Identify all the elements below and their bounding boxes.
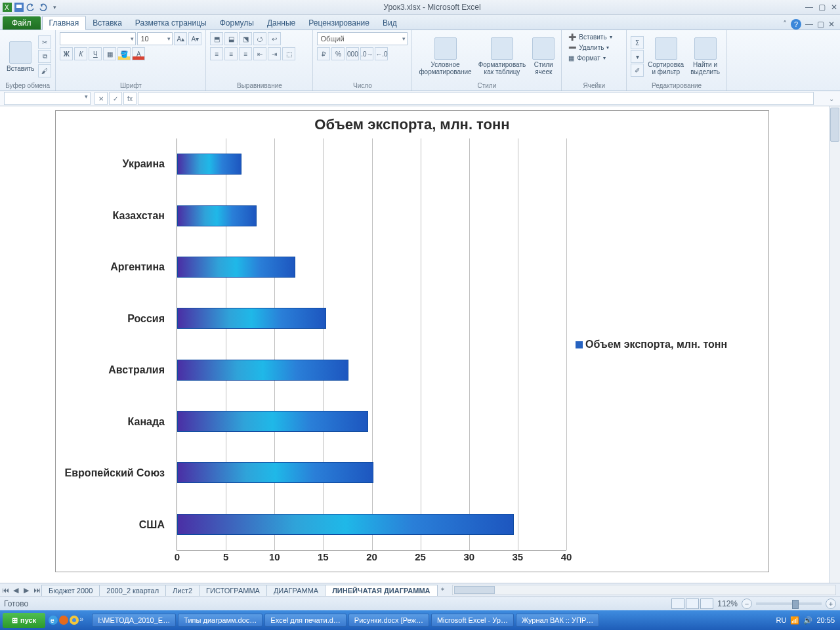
enter-formula-icon[interactable]: ✓ xyxy=(109,92,122,105)
sheet-nav-last-icon[interactable]: ⏭ xyxy=(32,585,42,595)
tray-network-icon[interactable]: 📶 xyxy=(790,616,799,625)
tab-formulas[interactable]: Формулы xyxy=(213,16,261,30)
sheet-nav-next-icon[interactable]: ▶ xyxy=(21,585,32,595)
autosum-icon[interactable]: Σ xyxy=(631,36,644,49)
tray-volume-icon[interactable]: 🔊 xyxy=(803,616,812,625)
align-top-icon[interactable]: ⬒ xyxy=(210,32,223,45)
align-middle-icon[interactable]: ⬓ xyxy=(224,32,238,45)
cut-icon[interactable]: ✂ xyxy=(38,35,51,49)
fx-icon[interactable]: fx xyxy=(123,92,136,105)
tab-data[interactable]: Данные xyxy=(261,16,302,30)
cancel-formula-icon[interactable]: ✕ xyxy=(94,92,108,105)
tab-review[interactable]: Рецензирование xyxy=(302,16,376,30)
horizontal-scrollbar[interactable] xyxy=(452,585,836,595)
sheet-nav-prev-icon[interactable]: ◀ xyxy=(10,585,21,595)
bold-icon[interactable]: Ж xyxy=(60,47,73,60)
cell-styles-button[interactable]: Стили ячеек xyxy=(530,36,557,77)
delete-cells-button[interactable]: ➖Удалить▾ xyxy=(566,43,612,52)
tab-page-layout[interactable]: Разметка страницы xyxy=(129,16,213,30)
data-bar[interactable] xyxy=(177,257,295,278)
undo-icon[interactable] xyxy=(26,3,35,12)
underline-icon[interactable]: Ч xyxy=(89,47,102,60)
percent-icon[interactable]: % xyxy=(331,47,345,60)
start-button[interactable]: ⊞пуск xyxy=(3,613,45,628)
tab-insert[interactable]: Вставка xyxy=(86,16,129,30)
tab-view[interactable]: Вид xyxy=(376,16,404,30)
font-color-icon[interactable]: A xyxy=(132,47,145,60)
vertical-scrollbar[interactable] xyxy=(829,106,840,583)
name-box[interactable] xyxy=(4,92,91,105)
paste-button[interactable]: Вставить xyxy=(4,40,37,74)
font-name-combo[interactable] xyxy=(60,32,136,45)
clear-icon[interactable]: ✐ xyxy=(631,64,644,77)
taskbar-item[interactable]: Рисунки.docx [Реж… xyxy=(348,614,429,627)
clock[interactable]: 20:55 xyxy=(816,616,835,624)
border-icon[interactable]: ▦ xyxy=(103,47,116,60)
workbook-minimize-icon[interactable]: ― xyxy=(805,20,813,29)
font-size-combo[interactable]: 10 xyxy=(137,32,173,45)
close-icon[interactable]: ✕ xyxy=(831,3,837,12)
merge-icon[interactable]: ⬚ xyxy=(282,47,295,60)
file-tab[interactable]: Файл xyxy=(3,16,41,30)
comma-icon[interactable]: 000 xyxy=(346,47,359,60)
qat-customize-icon[interactable]: ▾ xyxy=(50,3,59,12)
save-icon[interactable] xyxy=(14,3,24,12)
grow-font-icon[interactable]: A▴ xyxy=(174,32,187,45)
fill-icon[interactable]: ▾ xyxy=(631,50,644,63)
increase-indent-icon[interactable]: ⇥ xyxy=(268,47,281,60)
data-bar[interactable] xyxy=(177,411,368,432)
minimize-ribbon-icon[interactable]: ˄ xyxy=(783,20,787,29)
redo-icon[interactable] xyxy=(38,3,47,12)
copy-icon[interactable]: ⧉ xyxy=(38,50,51,63)
workbook-restore-icon[interactable]: ▢ xyxy=(817,20,824,29)
decrease-decimal-icon[interactable]: ←.0 xyxy=(375,47,388,60)
insert-cells-button[interactable]: ➕Вставить▾ xyxy=(566,32,614,42)
taskbar-item[interactable]: Журнал ВАК :: УПР… xyxy=(516,614,599,627)
sort-filter-button[interactable]: Сортировка и фильтр xyxy=(645,36,686,77)
number-format-combo[interactable]: Общий xyxy=(317,32,408,45)
sheet-tab[interactable]: ГИСТОГРАММА xyxy=(199,585,267,596)
decrease-indent-icon[interactable]: ⇤ xyxy=(253,47,266,60)
orientation-icon[interactable]: ⭯ xyxy=(253,32,266,45)
format-as-table-button[interactable]: Форматировать как таблицу xyxy=(476,36,529,77)
sheet-tab[interactable]: ДИАГРАММА xyxy=(266,585,326,596)
data-bar[interactable] xyxy=(177,205,257,226)
chrome-icon[interactable] xyxy=(69,615,79,625)
taskbar-item[interactable]: Excel для печати.d… xyxy=(264,614,346,627)
align-left-icon[interactable]: ≡ xyxy=(210,47,223,60)
zoom-in-icon[interactable]: + xyxy=(826,598,836,609)
chart-object[interactable]: Объем экспорта, млн. тонн УкраинаКазахст… xyxy=(55,110,769,572)
fill-color-icon[interactable]: 🪣 xyxy=(117,47,131,60)
increase-decimal-icon[interactable]: .0→ xyxy=(360,47,373,60)
sheet-tab[interactable]: 2000_2 квартал xyxy=(99,585,166,596)
page-layout-view-icon[interactable] xyxy=(686,598,699,609)
zoom-slider[interactable] xyxy=(756,602,822,605)
workbook-close-icon[interactable]: ✕ xyxy=(828,20,835,29)
data-bar[interactable] xyxy=(177,462,373,483)
data-bar[interactable] xyxy=(177,514,514,535)
sheet-tab[interactable]: ЛИНЕЙЧАТАЯ ДИАГРАММА xyxy=(325,585,437,596)
align-bottom-icon[interactable]: ⬔ xyxy=(239,32,252,45)
maximize-icon[interactable]: ▢ xyxy=(818,3,826,12)
wrap-text-icon[interactable]: ↩ xyxy=(268,32,281,45)
minimize-icon[interactable]: ― xyxy=(805,3,813,12)
align-right-icon[interactable]: ≡ xyxy=(239,47,252,60)
conditional-formatting-button[interactable]: Условное форматирование xyxy=(416,36,474,77)
taskbar-item[interactable]: Типы диаграмм.doc… xyxy=(178,614,262,627)
taskbar-item[interactable]: Microsoft Excel - Ур… xyxy=(431,614,514,627)
zoom-out-icon[interactable]: − xyxy=(742,598,752,609)
ie-icon[interactable]: e xyxy=(48,615,58,625)
tab-home[interactable]: Главная xyxy=(42,16,87,30)
data-bar[interactable] xyxy=(177,308,326,329)
firefox-icon[interactable] xyxy=(58,615,69,625)
sheet-nav-first-icon[interactable]: ⏮ xyxy=(0,585,10,595)
align-center-icon[interactable]: ≡ xyxy=(224,47,238,60)
taskbar-item[interactable]: I:\МЕТОДА_2010_E… xyxy=(92,614,176,627)
find-select-button[interactable]: Найти и выделить xyxy=(688,36,723,77)
sheet-tab[interactable]: Лист2 xyxy=(165,585,200,596)
expand-formula-bar-icon[interactable]: ⌄ xyxy=(827,94,836,103)
formula-input[interactable] xyxy=(138,92,814,105)
normal-view-icon[interactable] xyxy=(671,598,684,609)
language-indicator[interactable]: RU xyxy=(776,616,787,624)
sheet-tab[interactable]: Бюджет 2000 xyxy=(41,585,100,596)
